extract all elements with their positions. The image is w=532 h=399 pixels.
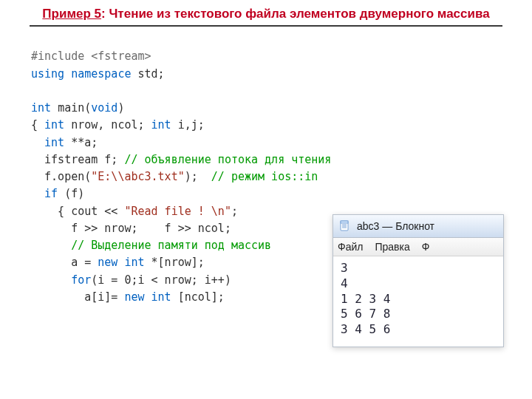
- code-token: a[i]=: [31, 290, 124, 304]
- code-token: (i = 0;i < nrow; i++): [91, 273, 231, 287]
- code-token: for: [71, 273, 91, 287]
- code-token: **a;: [71, 136, 98, 149]
- code-comment: // Выделение памяти под массив: [31, 239, 271, 252]
- code-token: a =: [31, 256, 98, 269]
- code-token: [31, 187, 44, 200]
- notepad-title: abc3 — Блокнот: [357, 220, 434, 232]
- code-token: nrow, ncol;: [71, 118, 151, 132]
- code-token: ;: [231, 205, 238, 218]
- code-token: ): [117, 101, 124, 115]
- notepad-icon: [339, 220, 351, 232]
- code-token: (: [84, 101, 91, 115]
- title-text: : Чтение из текстового файла элементов д…: [101, 7, 490, 21]
- code-token: f >> nrow; f >> ncol;: [31, 222, 231, 235]
- menu-edit[interactable]: Правка: [375, 241, 409, 253]
- code-token: void: [91, 101, 117, 115]
- code-token: std: [138, 67, 158, 81]
- code-token: main: [58, 101, 84, 115]
- code-token: f.open(: [31, 170, 91, 183]
- notepad-body[interactable]: 3 4 1 2 3 4 5 6 7 8 3 4 5 6: [333, 256, 503, 347]
- code-token: <fstream>: [91, 50, 151, 63]
- code-string: "E:\\abc3.txt": [91, 170, 184, 183]
- slide-title: Пример 5: Чтение из текстового файла эле…: [0, 0, 532, 22]
- code-token: new int: [98, 256, 151, 269]
- code-token: {: [31, 118, 44, 132]
- code-token: i,j;: [178, 118, 205, 132]
- code-token: if: [44, 187, 64, 200]
- code-token: );: [185, 170, 211, 183]
- code-token: int: [151, 118, 178, 132]
- notepad-window: abc3 — Блокнот Файл Правка Ф 3 4 1 2 3 4…: [332, 214, 504, 347]
- notepad-menu: Файл Правка Ф: [333, 238, 503, 256]
- code-token: int: [31, 101, 58, 115]
- code-token: (f): [64, 187, 84, 200]
- menu-file[interactable]: Файл: [338, 241, 363, 253]
- code-token: new int: [124, 290, 177, 304]
- code-token: int: [44, 136, 71, 149]
- code-token: [31, 273, 71, 287]
- notepad-titlebar: abc3 — Блокнот: [333, 215, 503, 238]
- code-token: ifstream f;: [31, 153, 124, 166]
- code-token: [31, 136, 44, 149]
- svg-rect-1: [341, 221, 348, 223]
- code-comment: // режим ios::in: [211, 170, 318, 183]
- code-token: using namespace: [31, 67, 138, 81]
- code-token: *[nrow];: [151, 256, 205, 269]
- menu-format-cut[interactable]: Ф: [422, 241, 430, 253]
- code-token: #include: [31, 50, 91, 63]
- code-token: int: [44, 118, 71, 132]
- code-token: [ncol];: [178, 290, 225, 304]
- code-string: "Read file ! \n": [124, 205, 231, 218]
- example-label: Пример 5: [42, 7, 101, 21]
- code-token: { cout <<: [31, 205, 124, 218]
- code-token: ;: [158, 67, 165, 81]
- code-comment: // объявление потока для чтения: [124, 153, 331, 166]
